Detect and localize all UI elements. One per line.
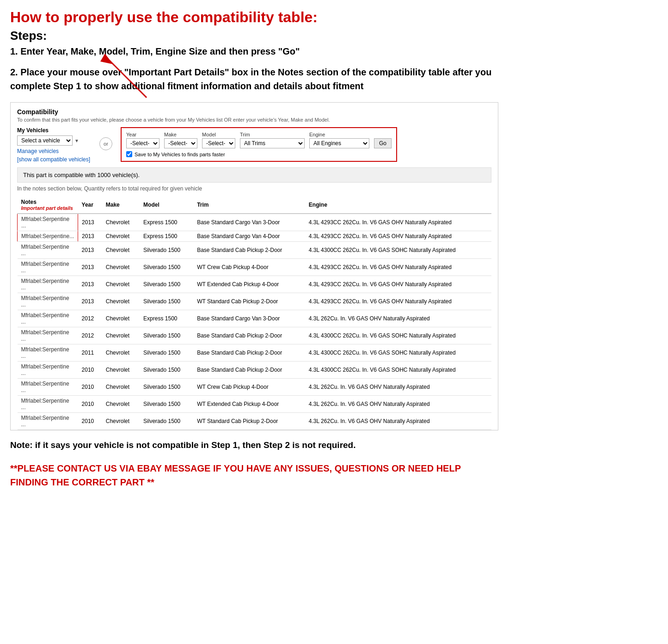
notes-cell: Mfrlabel:Serpentine... bbox=[18, 231, 78, 242]
table-row: Mfrlabel:Serpentine ...2010ChevroletSilv… bbox=[18, 396, 492, 413]
year-cell: 2011 bbox=[78, 344, 102, 362]
table-row: Mfrlabel:Serpentine ...2012ChevroletExpr… bbox=[18, 310, 492, 327]
model-cell: Silverado 1500 bbox=[140, 396, 193, 413]
table-row: Mfrlabel:Serpentine ...2013ChevroletSilv… bbox=[18, 276, 492, 293]
engine-field-group: Engine All Engines bbox=[309, 132, 369, 148]
trim-field-group: Trim All Trims bbox=[240, 132, 305, 148]
notes-cell: Mfrlabel:Serpentine ... bbox=[18, 214, 78, 231]
model-label: Model bbox=[202, 132, 235, 137]
notes-cell: Mfrlabel:Serpentine ... bbox=[18, 242, 78, 259]
contact-note: **PLEASE CONTACT US VIA EBAY MESSAGE IF … bbox=[10, 461, 498, 489]
year-cell: 2010 bbox=[78, 396, 102, 413]
table-row: Mfrlabel:Serpentine ...2013ChevroletSilv… bbox=[18, 259, 492, 276]
model-cell: Silverado 1500 bbox=[140, 362, 193, 379]
compat-note: In the notes section below, Quantity ref… bbox=[17, 185, 491, 192]
trim-cell: WT Crew Cab Pickup 4-Door bbox=[193, 259, 305, 276]
step2-text: 2. Place your mouse over "Important Part… bbox=[10, 65, 498, 93]
engine-cell: 4.3L 4293CC 262Cu. In. V6 GAS OHV Natura… bbox=[305, 259, 491, 276]
model-cell: Silverado 1500 bbox=[140, 344, 193, 362]
trim-label: Trim bbox=[240, 132, 305, 137]
model-cell: Silverado 1500 bbox=[140, 259, 193, 276]
svg-marker-1 bbox=[100, 54, 113, 64]
trim-cell: Base Standard Cab Pickup 2-Door bbox=[193, 344, 305, 362]
year-select[interactable]: -Select- bbox=[126, 138, 159, 148]
trim-cell: WT Standard Cab Pickup 2-Door bbox=[193, 413, 305, 430]
table-row: Mfrlabel:Serpentine ...2010ChevroletSilv… bbox=[18, 362, 492, 379]
table-row: Mfrlabel:Serpentine ...2013ChevroletSilv… bbox=[18, 293, 492, 310]
year-cell: 2013 bbox=[78, 231, 102, 242]
notes-cell: Mfrlabel:Serpentine ... bbox=[18, 362, 78, 379]
trim-select[interactable]: All Trims bbox=[240, 138, 305, 148]
compat-title: Compatibility bbox=[17, 108, 491, 116]
make-cell: Chevrolet bbox=[102, 327, 140, 344]
trim-cell: Base Standard Cab Pickup 2-Door bbox=[193, 362, 305, 379]
make-cell: Chevrolet bbox=[102, 362, 140, 379]
year-cell: 2013 bbox=[78, 242, 102, 259]
model-cell: Silverado 1500 bbox=[140, 327, 193, 344]
table-row: Mfrlabel:Serpentine...2013ChevroletExpre… bbox=[18, 231, 492, 242]
model-cell: Silverado 1500 bbox=[140, 413, 193, 430]
save-checkbox[interactable] bbox=[126, 151, 132, 157]
svg-line-0 bbox=[110, 61, 147, 98]
year-cell: 2010 bbox=[78, 362, 102, 379]
table-row: Mfrlabel:Serpentine ...2010ChevroletSilv… bbox=[18, 413, 492, 430]
trim-cell: Base Standard Cab Pickup 2-Door bbox=[193, 242, 305, 259]
trim-column-header: Trim bbox=[193, 196, 305, 214]
year-cell: 2013 bbox=[78, 293, 102, 310]
engine-label: Engine bbox=[309, 132, 369, 137]
year-cell: 2010 bbox=[78, 413, 102, 430]
notes-column-header: Notes Important part details bbox=[18, 196, 78, 214]
make-cell: Chevrolet bbox=[102, 242, 140, 259]
notes-cell: Mfrlabel:Serpentine ... bbox=[18, 379, 78, 396]
year-cell: 2013 bbox=[78, 259, 102, 276]
trim-cell: Base Standard Cargo Van 3-Door bbox=[193, 310, 305, 327]
model-column-header: Model bbox=[140, 196, 193, 214]
table-row: Mfrlabel:Serpentine ...2013ChevroletSilv… bbox=[18, 242, 492, 259]
model-cell: Silverado 1500 bbox=[140, 276, 193, 293]
trim-cell: Base Standard Cargo Van 3-Door bbox=[193, 214, 305, 231]
notes-cell: Mfrlabel:Serpentine ... bbox=[18, 310, 78, 327]
year-cell: 2012 bbox=[78, 327, 102, 344]
engine-cell: 4.3L 4293CC 262Cu. In. V6 GAS OHV Natura… bbox=[305, 214, 491, 231]
engine-select[interactable]: All Engines bbox=[309, 138, 369, 148]
make-select[interactable]: -Select- bbox=[164, 138, 197, 148]
model-select[interactable]: -Select- bbox=[202, 138, 235, 148]
model-cell: Silverado 1500 bbox=[140, 242, 193, 259]
vehicle-select-dropdown[interactable]: Select a vehicle bbox=[17, 135, 73, 146]
year-cell: 2012 bbox=[78, 310, 102, 327]
engine-cell: 4.3L 4300CC 262Cu. In. V6 GAS SOHC Natur… bbox=[305, 344, 491, 362]
make-cell: Chevrolet bbox=[102, 214, 140, 231]
notes-cell: Mfrlabel:Serpentine ... bbox=[18, 344, 78, 362]
engine-cell: 4.3L 4293CC 262Cu. In. V6 GAS OHV Natura… bbox=[305, 276, 491, 293]
make-label: Make bbox=[164, 132, 197, 137]
steps-heading: Steps: bbox=[10, 29, 498, 43]
make-cell: Chevrolet bbox=[102, 310, 140, 327]
table-row: Mfrlabel:Serpentine ...2010ChevroletSilv… bbox=[18, 379, 492, 396]
manage-vehicles-link[interactable]: Manage vehicles bbox=[17, 148, 91, 154]
save-checkbox-label: Save to My Vehicles to finds parts faste… bbox=[135, 152, 225, 157]
make-cell: Chevrolet bbox=[102, 231, 140, 242]
year-column-header: Year bbox=[78, 196, 102, 214]
dropdown-arrow-icon: ▼ bbox=[74, 138, 79, 143]
go-button[interactable]: Go bbox=[374, 138, 392, 148]
make-cell: Chevrolet bbox=[102, 379, 140, 396]
make-field-group: Make -Select- bbox=[164, 132, 197, 148]
my-vehicles-label: My Vehicles bbox=[17, 127, 91, 134]
notes-cell: Mfrlabel:Serpentine ... bbox=[18, 396, 78, 413]
show-all-link[interactable]: [show all compatible vehicles] bbox=[17, 156, 91, 163]
engine-cell: 4.3L 262Cu. In. V6 GAS OHV Naturally Asp… bbox=[305, 413, 491, 430]
table-row: Mfrlabel:Serpentine ...2012ChevroletSilv… bbox=[18, 327, 492, 344]
bottom-note: Note: if it says your vehicle is not com… bbox=[10, 439, 498, 452]
red-arrow-annotation bbox=[96, 51, 156, 102]
or-circle: or bbox=[99, 137, 112, 150]
model-cell: Express 1500 bbox=[140, 214, 193, 231]
trim-cell: WT Extended Cab Pickup 4-Door bbox=[193, 396, 305, 413]
trim-cell: WT Standard Cab Pickup 2-Door bbox=[193, 293, 305, 310]
compat-subtitle: To confirm that this part fits your vehi… bbox=[17, 117, 491, 123]
make-cell: Chevrolet bbox=[102, 413, 140, 430]
notes-cell: Mfrlabel:Serpentine ... bbox=[18, 259, 78, 276]
important-part-details-header: Important part details bbox=[21, 205, 74, 211]
trim-cell: WT Extended Cab Pickup 4-Door bbox=[193, 276, 305, 293]
notes-cell: Mfrlabel:Serpentine ... bbox=[18, 276, 78, 293]
engine-cell: 4.3L 4293CC 262Cu. In. V6 GAS OHV Natura… bbox=[305, 231, 491, 242]
